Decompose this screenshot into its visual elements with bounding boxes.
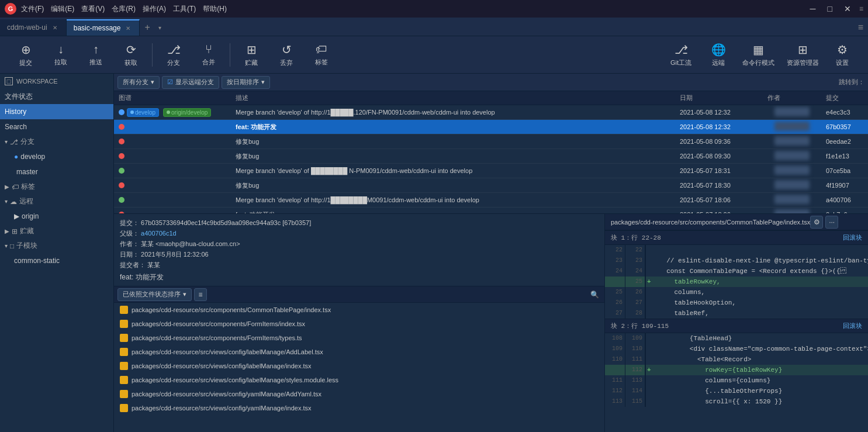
tag-button[interactable]: 🏷 标签 (305, 40, 338, 69)
fetch-button[interactable]: ⟳ 获取 (115, 40, 147, 70)
stash-button[interactable]: ⊞ 贮藏 (235, 40, 268, 70)
table-row[interactable]: Merge branch 'develop' of ████████ N-PM0… (114, 164, 868, 178)
show-remote-checkbox[interactable]: ☑ 显示远端分支 (162, 76, 219, 89)
sidebar-stash-header[interactable]: ▶ ⊞ 贮藏 (0, 224, 113, 239)
sidebar-submodule-common[interactable]: common-static (0, 253, 113, 268)
sidebar-tag-header[interactable]: ▶ 🏷 标签 (0, 179, 113, 194)
hamburger-menu[interactable]: ≡ (859, 5, 863, 13)
file-list-item[interactable]: packages/cdd-resource/src/components/For… (114, 331, 604, 345)
merge-button[interactable]: ⑂ 合并 (192, 40, 225, 69)
tab-close-icon[interactable]: ✕ (51, 24, 59, 32)
menu-help[interactable]: 帮助(H) (203, 4, 227, 14)
commit-button[interactable]: ⊕ 提交 (9, 40, 42, 70)
remote-section-label: 远程 (19, 196, 33, 206)
discard-button[interactable]: ↺ 丢弃 (270, 40, 303, 70)
toolbar: ⊕ 提交 ↓ 拉取 ↑ 推送 ⟳ 获取 ⎇ 分支 ⑂ 合并 ⊞ 贮藏 ↺ 丢弃 … (0, 36, 868, 74)
file-search-icon[interactable]: 🔍 (588, 288, 601, 301)
sidebar-item-file-status[interactable]: 文件状态 (0, 89, 113, 104)
table-row[interactable]: feat: 功能开发2021-05-08 12:3267b0357 (114, 120, 868, 134)
menu-view[interactable]: 查看(V) (81, 4, 105, 14)
tab-bar: cddm-web-ui ✕ basic-message ✕ + ▾ ≡ (0, 18, 868, 36)
branch-tag: origin/develop (163, 108, 211, 117)
sidebar-remote-header[interactable]: ▾ ☁ 远程 (0, 194, 113, 209)
cmdline-button[interactable]: ▦ 命令行模式 (737, 40, 779, 70)
workspace-icon: □ (5, 77, 13, 85)
graph-cell (114, 120, 231, 134)
commit-date: 2021-05-08 12:32 (675, 120, 763, 134)
parent-hash-link[interactable]: a400706c1d (141, 230, 177, 237)
table-row[interactable]: feat: 功能开发2021-05-07 18:060ab7e6c (114, 208, 868, 215)
file-icon (120, 306, 128, 314)
toolbar-divider-1 (152, 43, 153, 67)
remote-icon: 🌐 (711, 43, 726, 57)
sort-dropdown[interactable]: 按日期排序 ▾ (222, 76, 270, 89)
remote-button[interactable]: 🌐 远端 (702, 40, 735, 70)
branch-filter-dropdown[interactable]: 所有分支 ▾ (117, 76, 160, 89)
file-list-item[interactable]: packages/cdd-resource/src/components/Com… (114, 303, 604, 317)
menu-repo[interactable]: 仓库(R) (112, 4, 136, 14)
parent-line: 父级： a400706c1d (120, 228, 599, 239)
file-list-item[interactable]: packages/cdd-resource/src/views/config/y… (114, 401, 604, 415)
commit-author (763, 164, 821, 178)
branch-master-label: master (16, 168, 38, 176)
sidebar-item-history[interactable]: History (0, 104, 113, 119)
diff-settings-icon[interactable]: ⚙ (810, 216, 823, 229)
maximize-button[interactable]: □ (824, 3, 836, 15)
push-button[interactable]: ↑ 推送 (79, 40, 112, 69)
menu-action[interactable]: 操作(A) (143, 4, 166, 14)
sidebar-branch-master[interactable]: master (0, 164, 113, 179)
tab-add-button[interactable]: + (140, 19, 154, 36)
branch-button[interactable]: ⎇ 分支 (157, 40, 190, 70)
commit-desc: Merge branch 'develop' of ████████ N-PM0… (231, 164, 675, 178)
table-row[interactable]: 修复bug2021-05-08 09:30f1e1e13 (114, 149, 868, 164)
file-name: packages/cdd-resource/src/views/config/l… (132, 348, 323, 355)
table-row[interactable]: 修复bug2021-05-07 18:304f19907 (114, 178, 868, 193)
commit-author (763, 178, 821, 193)
graph-cell (114, 134, 231, 149)
close-button[interactable]: ✕ (841, 3, 855, 15)
diff-line: 25+ tableRowKey, (605, 277, 868, 287)
remote-section-icon: ☁ (10, 198, 17, 206)
submodule-section-label: 子模块 (16, 241, 37, 251)
table-row[interactable]: 修复bug2021-05-08 09:360eedae2 (114, 134, 868, 149)
table-row[interactable]: developorigin/developMerge branch 'devel… (114, 105, 868, 120)
file-name: packages/cdd-resource/src/views/config/l… (132, 376, 338, 383)
sidebar-branch-header[interactable]: ▾ ⎇ 分支 (0, 134, 113, 149)
tab-dropdown-arrow[interactable]: ▾ (155, 19, 165, 36)
minimize-button[interactable]: ─ (807, 3, 819, 15)
menu-tools[interactable]: 工具(T) (173, 4, 196, 14)
file-list-item[interactable]: packages/cdd-resource/src/views/config/y… (114, 387, 604, 401)
content-area: 所有分支 ▾ ☑ 显示远端分支 按日期排序 ▾ 跳转到： 图谱 描述 (114, 74, 868, 432)
pull-button[interactable]: ↓ 拉取 (44, 40, 77, 69)
tab-cddm-web-ui[interactable]: cddm-web-ui ✕ (0, 19, 67, 36)
git-workflow-button[interactable]: ⎇ Git工流 (662, 40, 700, 70)
tab-options-button[interactable]: ≡ (853, 19, 868, 36)
explorer-button[interactable]: ⊞ 资源管理器 (781, 40, 824, 70)
sidebar-submodule-header[interactable]: ▾ □ 子模块 (0, 239, 113, 253)
push-label: 推送 (89, 58, 102, 67)
sidebar-item-search[interactable]: Search (0, 119, 113, 134)
file-list-item[interactable]: packages/cdd-resource/src/views/config/l… (114, 345, 604, 359)
merge-label: 合并 (202, 58, 215, 67)
graph-cell (114, 164, 231, 178)
file-list-item[interactable]: packages/cdd-resource/src/components/For… (114, 317, 604, 331)
commit-table-container[interactable]: 图谱 描述 日期 作者 提交 developorigin/developMerg… (114, 91, 868, 214)
tab-close-active-icon[interactable]: ✕ (124, 25, 132, 32)
table-row[interactable]: Merge branch 'develop' of http://1██████… (114, 193, 868, 208)
settings-button[interactable]: ⚙ 设置 (826, 40, 859, 70)
file-sort-dropdown[interactable]: 已依照文件状态排序 ▾ (117, 288, 192, 301)
date-value: 2021年5月8日 12:32:06 (141, 251, 209, 258)
file-list-item[interactable]: packages/cdd-resource/src/views/config/l… (114, 359, 604, 373)
sidebar-branch-develop[interactable]: ● develop (0, 149, 113, 164)
diff-more-icon[interactable]: ··· (825, 216, 838, 229)
diff-content[interactable]: 块 1：行 22-28回滚块2222 2323 // eslint-disabl… (605, 230, 868, 432)
sidebar-remote-origin[interactable]: ▶ origin (0, 209, 113, 224)
branch-label: 分支 (167, 58, 180, 67)
menu-file[interactable]: 文件(F) (21, 4, 44, 14)
diff-view: packages/cdd-resource/src/components/Com… (605, 214, 868, 432)
tab-basic-message[interactable]: basic-message ✕ (67, 19, 140, 36)
menu-edit[interactable]: 编辑(E) (51, 4, 74, 14)
file-view-toggle[interactable]: ≡ (194, 288, 207, 301)
commit-hash: 67b0357 (821, 120, 868, 134)
file-list-item[interactable]: packages/cdd-resource/src/views/config/l… (114, 373, 604, 387)
